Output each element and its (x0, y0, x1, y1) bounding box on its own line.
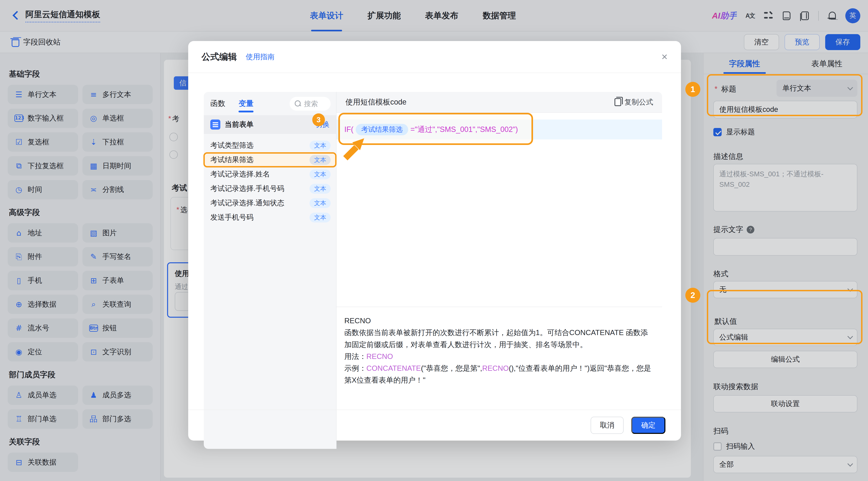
usage-guide-link[interactable]: 使用指南 (246, 52, 275, 62)
variable-name: 发送手机号码 (210, 213, 253, 222)
function-doc: RECNO 函数依据当前表单被新打开的次数进行不断累计，起始值为1。可结合CON… (337, 307, 662, 386)
confirm-button[interactable]: 确定 (631, 417, 665, 434)
search-input[interactable]: 搜索 (289, 97, 331, 110)
search-icon (295, 100, 302, 107)
switch-form-link[interactable]: 切换 (315, 120, 330, 129)
variable-name: 考试记录选择.通知状态 (210, 198, 284, 208)
variable-row[interactable]: 考试记录选择.通知状态 文本 (204, 196, 336, 210)
variable-name: 考试结果筛选 (210, 155, 253, 165)
variable-name: 考试记录选择.手机号码 (210, 184, 284, 193)
variable-type-badge: 文本 (310, 184, 331, 194)
formula-pane-tab[interactable]: 变量 (239, 92, 253, 115)
app: 阿里云短信通知模板 表单设计扩展功能表单发布数据管理 AI助手 A文 英 字段回… (0, 0, 868, 481)
variable-row[interactable]: 考试记录选择.手机号码 文本 (204, 182, 336, 196)
form-doc-icon (210, 120, 220, 130)
variable-row[interactable]: 考试结果筛选 文本 (204, 153, 336, 167)
formula-token: IF( (344, 125, 353, 134)
function-doc-example: 示例：CONCATENATE("恭喜您，您是第",RECNO(),"位查看表单的… (344, 362, 654, 386)
copy-formula-button[interactable]: 复制公式 (615, 97, 653, 107)
variable-row[interactable]: 考试记录选择.姓名 文本 (204, 167, 336, 182)
formula-variable-chip: 考试结果筛选 (356, 124, 408, 135)
variable-type-badge: 文本 (310, 213, 331, 222)
close-icon[interactable]: × (661, 52, 668, 62)
variable-type-badge: 文本 (310, 155, 331, 165)
function-doc-name: RECNO (344, 315, 654, 327)
variable-type-badge: 文本 (310, 169, 331, 179)
formula-pane: 使用短信模板code 复制公式 IF( 考试结果筛选 ="通过","SMS_00… (337, 92, 662, 449)
copy-icon (615, 98, 621, 106)
function-doc-usage: 用法：RECNO (344, 350, 654, 362)
formula-editor-modal: 公式编辑 使用指南 × 函数变量 搜索 当前表单 切换 考试类型筛选 (188, 41, 681, 441)
variable-name: 考试记录选择.姓名 (210, 169, 270, 179)
variable-row[interactable]: 考试类型筛选 文本 (204, 138, 336, 153)
variable-row[interactable]: 发送手机号码 文本 (204, 210, 336, 225)
modal-title: 公式编辑 (202, 51, 237, 63)
formula-field-title: 使用短信模板code (345, 97, 406, 107)
variable-pane: 函数变量 搜索 当前表单 切换 考试类型筛选 文本 考试结 (204, 92, 337, 449)
variable-type-badge: 文本 (310, 140, 331, 151)
formula-expression[interactable]: IF( 考试结果筛选 ="通过","SMS_001","SMS_002") (344, 123, 518, 136)
variable-name: 考试类型筛选 (210, 140, 253, 150)
current-form-label: 当前表单 (225, 120, 253, 129)
formula-token: ="通过","SMS_001","SMS_002") (410, 125, 518, 134)
function-doc-desc: 函数依据当前表单被新打开的次数进行不断累计，起始值为1。可结合CONCATENA… (344, 327, 654, 350)
variable-list: 考试类型筛选 文本 考试结果筛选 文本 考试记录选择.姓名 文本 考试 (204, 134, 336, 229)
variable-type-badge: 文本 (310, 198, 331, 208)
current-form-row: 当前表单 切换 (204, 115, 336, 134)
formula-pane-tab[interactable]: 函数 (210, 92, 225, 115)
cancel-button[interactable]: 取消 (591, 417, 624, 434)
